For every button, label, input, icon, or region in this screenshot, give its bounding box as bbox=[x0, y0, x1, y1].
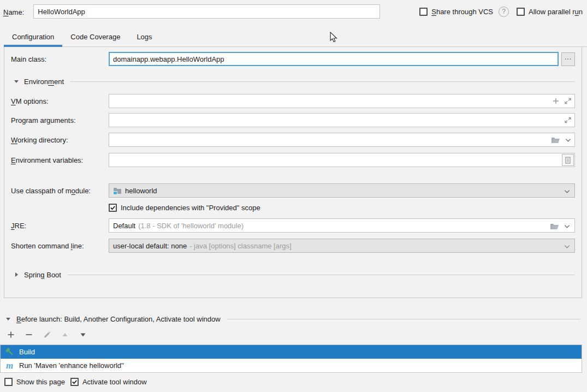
tab-configuration[interactable]: Configuration bbox=[4, 27, 62, 46]
jre-combobox-hint: (1.8 - SDK of 'helloworld' module) bbox=[138, 222, 244, 230]
task-row-maven[interactable]: m Run 'Maven 'enhance helloworld'' bbox=[1, 359, 582, 372]
expand-field-icon[interactable] bbox=[564, 116, 572, 124]
folder-icon[interactable] bbox=[551, 136, 560, 144]
chevron-down-icon[interactable] bbox=[564, 243, 571, 250]
triangle-down-icon[interactable] bbox=[5, 316, 11, 322]
include-provided-label: Include dependencies with "Provided" sco… bbox=[121, 204, 260, 212]
include-provided-checkbox[interactable]: Include dependencies with "Provided" sco… bbox=[109, 204, 260, 212]
name-label: Name: bbox=[3, 8, 24, 16]
expand-field-icon[interactable] bbox=[564, 97, 572, 105]
name-row: Name: Share through VCS ? Allow parallel… bbox=[3, 4, 583, 19]
main-class-row: Main class: ... bbox=[4, 52, 582, 66]
before-launch-toolbar bbox=[7, 329, 87, 341]
jre-row: JRE: Default (1.8 - SDK of 'helloworld' … bbox=[4, 218, 582, 233]
separator-line bbox=[68, 275, 575, 275]
working-directory-input[interactable] bbox=[109, 133, 575, 147]
allow-parallel-run-checkbox[interactable]: Allow parallel run bbox=[517, 8, 583, 16]
allow-parallel-run-label: Allow parallel run bbox=[529, 8, 583, 16]
vm-options-input[interactable] bbox=[109, 94, 575, 108]
activate-tool-window-label: Activate tool window bbox=[82, 378, 147, 386]
triangle-down-icon[interactable] bbox=[14, 79, 19, 84]
before-launch-label: Before launch: Build, Another Configurat… bbox=[16, 315, 221, 323]
tab-logs[interactable]: Logs bbox=[128, 27, 160, 46]
add-task-button[interactable] bbox=[7, 331, 15, 338]
main-class-input[interactable] bbox=[109, 52, 559, 66]
checkbox-box[interactable] bbox=[4, 378, 13, 386]
environment-variables-input[interactable] bbox=[109, 153, 575, 167]
shorten-command-line-label: Shorten command line: bbox=[11, 242, 109, 250]
chevron-down-icon[interactable] bbox=[565, 136, 572, 144]
triangle-right-icon[interactable] bbox=[14, 272, 19, 277]
folder-icon[interactable] bbox=[550, 222, 559, 230]
module-icon bbox=[113, 187, 122, 195]
help-icon[interactable]: ? bbox=[499, 7, 509, 17]
use-classpath-label: Use classpath of module: bbox=[11, 187, 109, 195]
share-vcs-checkbox[interactable]: Share through VCS bbox=[419, 8, 493, 16]
include-provided-row: Include dependencies with "Provided" sco… bbox=[4, 204, 582, 212]
working-directory-field-wrap bbox=[109, 133, 575, 147]
chevron-down-icon[interactable] bbox=[564, 188, 571, 195]
environment-variables-label: Environment variables: bbox=[11, 156, 109, 164]
header-options: Share through VCS ? Allow parallel run bbox=[419, 4, 583, 19]
program-arguments-input[interactable] bbox=[109, 113, 575, 127]
jre-label: JRE: bbox=[11, 222, 109, 230]
task-label: Build bbox=[19, 348, 35, 356]
jre-combobox[interactable]: Default (1.8 - SDK of 'helloworld' modul… bbox=[109, 218, 575, 233]
browse-button[interactable]: ... bbox=[561, 52, 575, 66]
activate-tool-window-checkbox[interactable]: Activate tool window bbox=[70, 378, 147, 386]
check-icon bbox=[72, 379, 78, 385]
checkbox-box[interactable] bbox=[419, 8, 428, 16]
checkbox-box[interactable] bbox=[109, 204, 117, 212]
browse-variables-button[interactable] bbox=[562, 154, 574, 166]
bottom-options: Show this page Activate tool window bbox=[4, 378, 147, 386]
shorten-combobox-value: user-local default: none bbox=[113, 242, 187, 250]
task-row-build[interactable]: Build bbox=[1, 345, 582, 359]
separator-line bbox=[227, 319, 580, 319]
add-icon[interactable] bbox=[552, 97, 560, 105]
before-launch-task-list: Build m Run 'Maven 'enhance helloworld'' bbox=[0, 345, 582, 373]
environment-variables-row: Environment variables: bbox=[4, 153, 582, 167]
build-hammer-icon bbox=[5, 347, 14, 357]
module-combobox[interactable]: helloworld bbox=[109, 183, 575, 198]
edit-task-button[interactable] bbox=[43, 331, 51, 338]
vm-options-row: VM options: bbox=[4, 94, 582, 108]
shorten-combobox-hint: - java [options] classname [args] bbox=[189, 242, 291, 250]
configuration-tab-panel: Main class: ... Environment VM options: … bbox=[4, 47, 582, 298]
share-vcs-label: Share through VCS bbox=[431, 8, 493, 16]
jre-combobox-value: Default bbox=[113, 222, 135, 230]
move-up-button[interactable] bbox=[61, 331, 69, 338]
checkbox-box[interactable] bbox=[70, 378, 79, 386]
show-this-page-label: Show this page bbox=[16, 378, 65, 386]
remove-task-button[interactable] bbox=[25, 331, 33, 338]
program-arguments-row: Program arguments: bbox=[4, 113, 582, 127]
working-directory-label: Working directory: bbox=[11, 136, 109, 144]
spring-boot-section-label: Spring Boot bbox=[24, 271, 61, 279]
move-down-button[interactable] bbox=[79, 331, 87, 338]
name-input[interactable] bbox=[33, 4, 380, 19]
program-arguments-field-wrap bbox=[109, 113, 575, 127]
tab-bar: Configuration Code Coverage Logs bbox=[4, 27, 587, 47]
shorten-command-line-combobox[interactable]: user-local default: none - java [options… bbox=[109, 239, 575, 253]
maven-icon: m bbox=[5, 361, 14, 370]
module-combobox-value: helloworld bbox=[125, 187, 157, 195]
checkbox-box[interactable] bbox=[517, 8, 525, 16]
environment-section-label: Environment bbox=[24, 78, 64, 86]
check-icon bbox=[110, 205, 116, 211]
program-arguments-label: Program arguments: bbox=[11, 116, 109, 124]
chevron-down-icon[interactable] bbox=[564, 223, 571, 230]
separator-line bbox=[70, 81, 575, 82]
vm-options-field-wrap bbox=[109, 94, 575, 108]
show-this-page-checkbox[interactable]: Show this page bbox=[4, 378, 65, 386]
main-class-label: Main class: bbox=[11, 55, 109, 63]
working-directory-row: Working directory: bbox=[4, 133, 582, 147]
environment-variables-field-wrap bbox=[109, 153, 575, 167]
vm-options-label: VM options: bbox=[11, 97, 109, 105]
use-classpath-row: Use classpath of module: helloworld bbox=[4, 183, 582, 198]
task-label: Run 'Maven 'enhance helloworld'' bbox=[19, 361, 124, 370]
tab-code-coverage[interactable]: Code Coverage bbox=[62, 27, 128, 46]
main-class-field-wrap bbox=[109, 52, 559, 66]
environment-section-header[interactable]: Environment bbox=[4, 76, 582, 86]
shorten-command-line-row: Shorten command line: user-local default… bbox=[4, 239, 582, 253]
before-launch-header[interactable]: Before launch: Build, Another Configurat… bbox=[5, 313, 580, 324]
spring-boot-section-header[interactable]: Spring Boot bbox=[4, 270, 582, 280]
